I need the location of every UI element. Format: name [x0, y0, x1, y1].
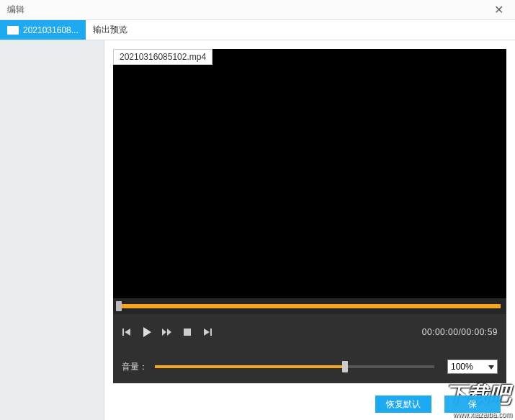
- svg-marker-4: [167, 329, 171, 336]
- volume-value: 100%: [451, 362, 473, 372]
- filename-tooltip: 20210316085102.mp4: [113, 49, 212, 65]
- restore-default-label: 恢复默认: [386, 398, 421, 411]
- save-button[interactable]: 保: [444, 396, 501, 413]
- progress-fill: [119, 304, 501, 308]
- tab-file-label: 2021031608...: [23, 25, 79, 35]
- footer-buttons: 恢复默认 保: [375, 396, 501, 413]
- save-label: 保: [468, 398, 477, 411]
- volume-thumb[interactable]: [342, 361, 348, 372]
- volume-slider[interactable]: [155, 365, 434, 368]
- tab-file[interactable]: 2021031608...: [0, 20, 86, 40]
- volume-label: 音量：: [122, 361, 148, 373]
- svg-rect-0: [122, 329, 124, 336]
- svg-marker-8: [488, 365, 494, 370]
- tab-preview-label: 输出预览: [93, 24, 127, 36]
- content: 20210316085102.mp4: [104, 40, 515, 420]
- player-controls: 00:00:00/00:00:59: [113, 314, 506, 350]
- window-title: 编辑: [7, 4, 24, 16]
- stop-icon[interactable]: [182, 327, 192, 337]
- svg-rect-7: [210, 329, 212, 336]
- svg-marker-2: [143, 327, 151, 337]
- svg-marker-1: [125, 329, 130, 336]
- sidebar: [0, 40, 104, 420]
- time-display: 00:00:00/00:00:59: [422, 327, 498, 337]
- svg-marker-3: [162, 329, 166, 336]
- close-icon[interactable]: ✕: [490, 1, 508, 18]
- chevron-down-icon: [488, 362, 494, 372]
- file-icon: [7, 26, 19, 35]
- svg-rect-5: [184, 329, 191, 336]
- tab-output-preview[interactable]: 输出预览: [86, 20, 135, 40]
- skip-forward-icon[interactable]: [202, 327, 212, 337]
- tab-bar: 2021031608... 输出预览: [0, 20, 515, 40]
- volume-fill: [155, 365, 345, 368]
- progress-thumb[interactable]: [116, 301, 122, 311]
- play-icon[interactable]: [142, 327, 152, 337]
- progress-track[interactable]: [119, 304, 501, 308]
- volume-select[interactable]: 100%: [447, 359, 498, 374]
- controls-left: [122, 327, 212, 337]
- titlebar: 编辑 ✕: [0, 0, 515, 20]
- progress-bar[interactable]: [113, 298, 506, 314]
- volume-row: 音量： 100%: [113, 350, 506, 383]
- main-area: 20210316085102.mp4: [0, 40, 515, 420]
- svg-marker-6: [204, 329, 210, 336]
- video-preview[interactable]: [113, 49, 506, 298]
- restore-default-button[interactable]: 恢复默认: [375, 396, 431, 413]
- fast-forward-icon[interactable]: [162, 327, 172, 337]
- skip-back-icon[interactable]: [122, 327, 132, 337]
